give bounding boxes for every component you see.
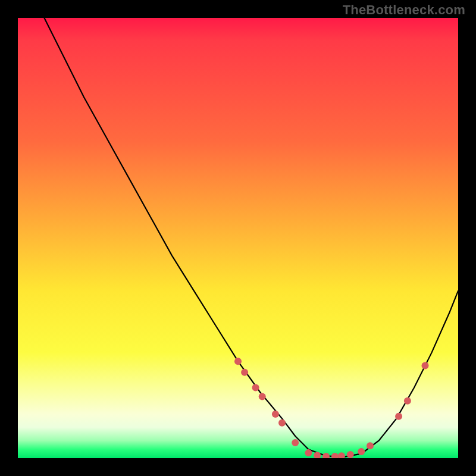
bottleneck-curve [44, 18, 458, 457]
data-dot [367, 442, 374, 449]
chart-svg [18, 18, 458, 458]
data-dot [241, 369, 248, 376]
data-dot [358, 448, 365, 455]
data-dot [292, 439, 299, 446]
watermark-text: TheBottleneck.com [343, 2, 465, 18]
data-dot [272, 411, 279, 418]
data-dot [404, 397, 411, 405]
data-dot [278, 419, 286, 427]
data-dot [395, 413, 402, 420]
curve-data-dots [234, 358, 429, 458]
chart-plot-area [18, 18, 458, 458]
data-dot [314, 452, 321, 458]
data-dot [422, 362, 429, 369]
data-dot [347, 451, 354, 458]
data-dot [338, 452, 345, 458]
data-dot [305, 449, 312, 456]
data-dot [234, 358, 242, 365]
data-dot [331, 453, 339, 458]
data-dot [252, 384, 259, 392]
data-dot [259, 393, 266, 400]
data-dot [322, 453, 330, 458]
